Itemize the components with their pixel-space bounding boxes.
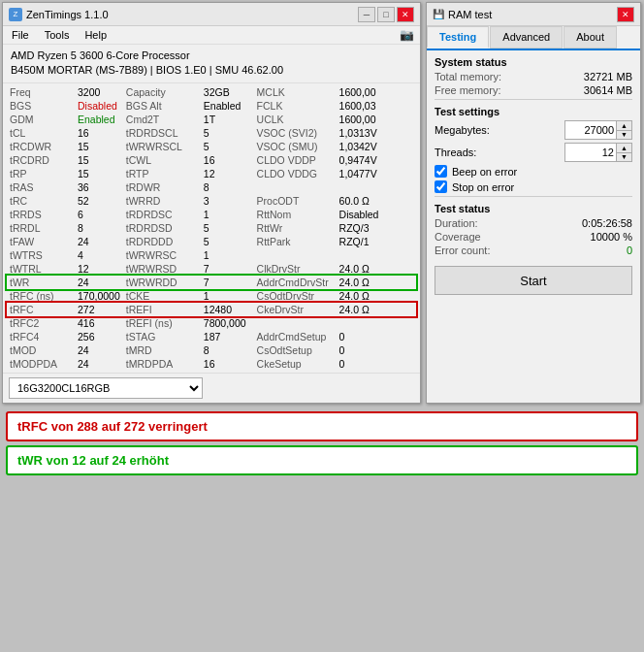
beep-on-error-checkbox[interactable] — [435, 165, 447, 178]
timing-label-2: tSTAG — [123, 330, 201, 343]
timing-value-3: 60.0 Ω — [337, 194, 416, 208]
timing-value-1: 15 — [75, 140, 123, 153]
timing-value-3: 1600,00 — [337, 85, 416, 99]
timing-value-2: 1 — [201, 289, 249, 303]
timing-label-1: tRFC (ns) — [7, 289, 75, 303]
timing-label-1: tRAS — [7, 180, 75, 194]
total-memory-row: Total memory: 32721 MB — [435, 71, 632, 82]
coverage-value: 10000 % — [591, 231, 632, 243]
duration-label: Duration: — [435, 217, 478, 229]
beep-on-error-label: Beep on error — [452, 166, 517, 178]
timing-label-1: tCL — [7, 126, 75, 140]
table-row: tRFC272tREFI12480CkeDrvStr24.0 Ω — [7, 303, 416, 316]
threads-down[interactable]: ▼ — [617, 153, 631, 162]
notification-trfc: tRFC von 288 auf 272 verringert — [6, 411, 638, 441]
timing-value-1: 170,0000 — [75, 289, 123, 303]
ram-close-button[interactable]: ✕ — [617, 7, 634, 22]
timing-label-2: tRTP — [123, 167, 201, 180]
zen-app-icon: Z — [9, 8, 22, 21]
stop-on-error-label: Stop on error — [452, 181, 514, 193]
megabytes-row: Megabytes: ▲ ▼ — [435, 120, 632, 140]
timing-label-1: tRCDWR — [7, 140, 75, 153]
timing-label-3: FCLK — [249, 99, 337, 113]
timing-value-2: 3 — [201, 194, 249, 208]
timing-label-3: RttWr — [249, 221, 337, 235]
free-memory-value: 30614 MB — [584, 84, 632, 96]
timing-label-2: Capacity — [123, 85, 201, 99]
timing-label-3: CkeDrvStr — [249, 303, 337, 316]
megabytes-input[interactable] — [565, 121, 616, 139]
coverage-label: Coverage — [435, 231, 481, 243]
timing-value-1: Disabled — [75, 99, 123, 113]
tab-testing[interactable]: Testing — [427, 26, 489, 49]
zen-titlebar: Z ZenTimings 1.1.0 ─ □ ✕ — [3, 3, 420, 26]
menu-help[interactable]: Help — [81, 28, 110, 42]
timing-value-3: 24.0 Ω — [337, 262, 416, 276]
megabytes-up[interactable]: ▲ — [617, 121, 631, 131]
table-row: Freq3200Capacity32GBMCLK1600,00 — [7, 85, 416, 99]
timing-label-3: VSOC (SMU) — [249, 140, 337, 153]
timing-value-3: 0 — [337, 343, 416, 357]
timing-value-3: 1600,00 — [337, 113, 416, 126]
threads-up[interactable]: ▲ — [617, 144, 631, 153]
timing-label-1: tFAW — [7, 235, 75, 248]
timing-label-2: Cmd2T — [123, 113, 201, 126]
test-status-title: Test status — [435, 203, 632, 214]
timing-value-2: 7 — [201, 262, 249, 276]
menu-file[interactable]: File — [9, 28, 32, 42]
timing-value-3: 24.0 Ω — [337, 289, 416, 303]
timing-value-2: 32GB — [201, 85, 249, 99]
tab-advanced[interactable]: Advanced — [490, 26, 563, 49]
timing-label-3 — [249, 248, 337, 262]
table-row: tRCDRD15tCWL16CLDO VDDP0,9474V — [7, 153, 416, 167]
timing-value-3: 24.0 Ω — [337, 303, 416, 316]
timing-label-2: tWRWRDD — [123, 276, 201, 289]
table-row: tRFC2416tREFI (ns)7800,000 — [7, 316, 416, 330]
timing-label-2: tREFI — [123, 303, 201, 316]
timing-value-2: 5 — [201, 221, 249, 235]
timing-label-3 — [249, 316, 337, 330]
timing-label-2: tRDRDDD — [123, 235, 201, 248]
timing-label-2: tWRWRSCL — [123, 140, 201, 153]
duration-row: Duration: 0:05:26:58 — [435, 217, 632, 229]
timing-label-1: tMOD — [7, 343, 75, 357]
minimize-button[interactable]: ─ — [358, 7, 375, 22]
megabytes-spinbox[interactable]: ▲ ▼ — [564, 120, 632, 140]
timing-value-1: 52 — [75, 194, 123, 208]
threads-spinbox[interactable]: ▲ ▼ — [564, 143, 632, 162]
close-button[interactable]: ✕ — [397, 7, 414, 22]
timing-label-3: CLDO VDDP — [249, 153, 337, 167]
ram-test-window: 💾 RAM test ✕ Testing Advanced About Syst… — [426, 2, 641, 404]
timing-value-1: 12 — [75, 262, 123, 276]
timing-value-1: 6 — [75, 208, 123, 221]
zen-title: ZenTimings 1.1.0 — [26, 9, 109, 20]
timing-label-3: CsOdtSetup — [249, 343, 337, 357]
timing-label-1: tRC — [7, 194, 75, 208]
timing-value-1: 3200 — [75, 85, 123, 99]
timing-label-1: tRRDS — [7, 208, 75, 221]
timing-label-2: tMRDPDA — [123, 357, 201, 371]
timing-value-2: 5 — [201, 235, 249, 248]
table-row: tRRDL8tRDRDSD5RttWrRZQ/3 — [7, 221, 416, 235]
maximize-button[interactable]: □ — [377, 7, 395, 22]
timing-label-3: VSOC (SVI2) — [249, 126, 337, 140]
megabytes-label: Megabytes: — [435, 124, 490, 136]
timing-label-2: tCWL — [123, 153, 201, 167]
table-row: tMOD24tMRD8CsOdtSetup0 — [7, 343, 416, 357]
timing-value-2: Enabled — [201, 99, 249, 113]
tab-about[interactable]: About — [564, 26, 617, 49]
stop-on-error-checkbox[interactable] — [435, 180, 447, 193]
camera-icon[interactable]: 📷 — [400, 28, 414, 42]
start-button[interactable]: Start — [435, 266, 632, 295]
timing-value-1: 15 — [75, 167, 123, 180]
profile-dropdown[interactable]: 16G3200CL16RGB — [9, 377, 203, 399]
menu-tools[interactable]: Tools — [42, 28, 73, 42]
timing-value-3: RZQ/1 — [337, 235, 416, 248]
megabytes-down[interactable]: ▼ — [617, 131, 631, 140]
megabytes-arrows: ▲ ▼ — [616, 121, 631, 139]
threads-input[interactable] — [565, 144, 616, 161]
table-row: tCL16tRDRDSCL5VSOC (SVI2)1,0313V — [7, 126, 416, 140]
board-info: B450M MORTAR (MS-7B89) | BIOS 1.E0 | SMU… — [11, 63, 412, 78]
timing-label-3: CkeSetup — [249, 357, 337, 371]
timing-value-3: 1,0342V — [337, 140, 416, 153]
